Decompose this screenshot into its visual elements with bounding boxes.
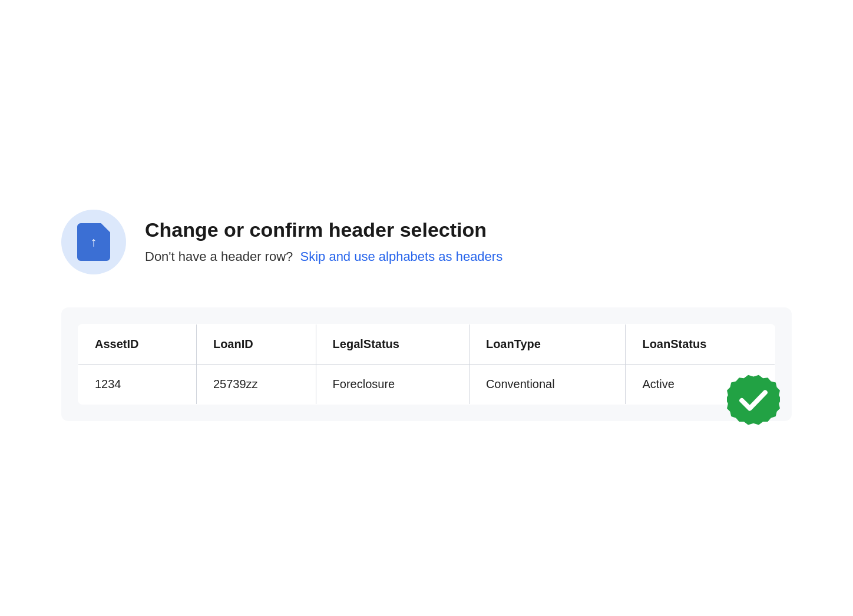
data-table: AssetID LoanID LegalStatus LoanType Loan…	[78, 324, 775, 405]
col-header-loanid: LoanID	[196, 324, 316, 364]
col-header-loantype: LoanType	[469, 324, 626, 364]
col-header-legalstatus: LegalStatus	[316, 324, 469, 364]
header-subtitle: Don't have a header row? Skip and use al…	[145, 248, 502, 266]
cell-loantype: Conventional	[469, 364, 626, 404]
cell-legalstatus: Foreclosure	[316, 364, 469, 404]
upload-arrow-icon: ↑	[91, 236, 97, 249]
main-container: ↑ Change or confirm header selection Don…	[61, 196, 792, 421]
page-title: Change or confirm header selection	[145, 218, 502, 242]
col-header-assetid: AssetID	[78, 324, 197, 364]
table-section: AssetID LoanID LegalStatus LoanType Loan…	[61, 307, 792, 421]
cell-loanid: 25739zz	[196, 364, 316, 404]
table-header-row: AssetID LoanID LegalStatus LoanType Loan…	[78, 324, 775, 364]
verified-check-badge	[727, 374, 780, 427]
icon-wrapper: ↑	[61, 210, 126, 274]
col-header-loanstatus: LoanStatus	[626, 324, 775, 364]
file-upload-icon: ↑	[77, 223, 110, 261]
table-row: 1234 25739zz Foreclosure Conventional Ac…	[78, 364, 775, 404]
subtitle-prefix: Don't have a header row?	[145, 249, 293, 264]
header-section: ↑ Change or confirm header selection Don…	[61, 196, 792, 289]
cell-assetid: 1234	[78, 364, 197, 404]
skip-link[interactable]: Skip and use alphabets as headers	[300, 249, 502, 264]
header-text: Change or confirm header selection Don't…	[145, 218, 502, 266]
